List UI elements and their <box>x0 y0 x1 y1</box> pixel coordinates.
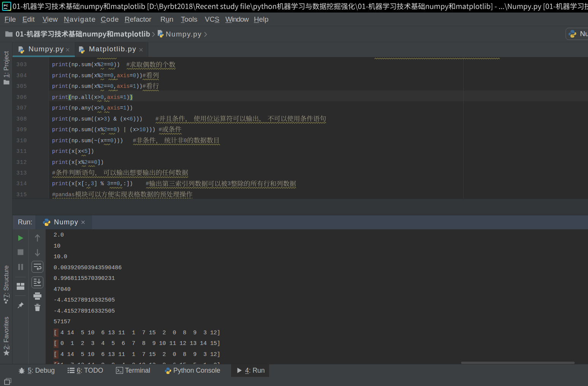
svg-text:PC: PC <box>4 4 8 7</box>
